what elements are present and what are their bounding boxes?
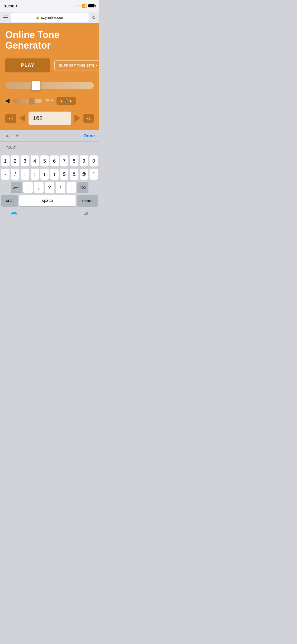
volume-percent: 75%	[45, 99, 53, 103]
battery-icon	[88, 4, 95, 7]
frequency-input-wrapper	[29, 112, 71, 125]
stereo-right-arrow: ►	[69, 99, 73, 103]
half-frequency-button[interactable]: ×½	[5, 114, 16, 123]
done-button[interactable]: Done	[84, 133, 95, 139]
key-delete[interactable]: ⌫	[77, 182, 88, 193]
key-ampersand[interactable]: &	[70, 169, 78, 180]
support-button[interactable]: SUPPORT THIS SITE »	[54, 60, 99, 71]
predictive-bar: "162" |	[0, 142, 99, 153]
key-slash[interactable]: /	[11, 169, 19, 180]
key-comma[interactable]: ,	[34, 182, 44, 193]
toolbar-next-button[interactable]	[14, 134, 20, 138]
frequency-decrease-button[interactable]	[18, 113, 26, 123]
key-rparen[interactable]: )	[50, 169, 59, 180]
frequency-controls: ×½ ×2	[5, 112, 94, 125]
menu-button[interactable]	[3, 16, 8, 19]
volume-slider-track[interactable]	[13, 99, 42, 103]
play-button[interactable]: PLAY	[5, 58, 50, 72]
globe-icon[interactable]: 🌐	[11, 212, 18, 215]
stereo-left-arrow: ◄	[60, 99, 63, 103]
key-return[interactable]: return	[77, 195, 98, 206]
key-0[interactable]: 0	[89, 155, 98, 167]
url-bar[interactable]: 🔒 szynalski.com	[11, 13, 89, 22]
key-5[interactable]: 5	[40, 155, 49, 167]
right-arrow-icon	[74, 114, 80, 122]
key-dollar[interactable]: $	[60, 169, 68, 180]
left-arrow-icon	[20, 114, 25, 122]
button-row: PLAY SUPPORT THIS SITE »	[5, 58, 94, 72]
mic-icon[interactable]: 🎤	[81, 212, 88, 215]
volume-min-icon	[5, 99, 10, 103]
frequency-increase-button[interactable]	[73, 113, 81, 123]
key-dash[interactable]: -	[1, 169, 10, 180]
wifi-icon: 📶	[82, 4, 87, 8]
key-exclaim[interactable]: !	[56, 182, 65, 193]
status-bar: 10:38 ➤ 📶	[0, 0, 99, 12]
bottom-bar: 🌐 🎤	[0, 209, 99, 215]
key-period[interactable]: .	[23, 182, 33, 193]
key-6[interactable]: 6	[50, 155, 59, 167]
location-icon: ➤	[15, 4, 18, 8]
frequency-input[interactable]	[33, 115, 67, 122]
time-display: 10:38	[4, 4, 14, 8]
speaker-icon: 🔊	[64, 99, 68, 103]
key-lparen[interactable]: (	[40, 169, 49, 180]
key-semicolon[interactable]: ;	[31, 169, 39, 180]
key-colon[interactable]: :	[21, 169, 29, 180]
keyboard-row-4: ABC space return	[1, 195, 98, 206]
key-abc[interactable]: ABC	[1, 195, 18, 206]
chevron-down-icon	[15, 135, 19, 137]
keyboard-row-3: #+= . , ? ! ' ⌫	[1, 182, 98, 193]
key-apostrophe[interactable]: '	[67, 182, 76, 193]
key-1[interactable]: 1	[1, 155, 10, 167]
toolbar-prev-button[interactable]	[4, 134, 10, 138]
lock-icon: 🔒	[36, 16, 40, 19]
keyboard-toolbar: Done	[0, 130, 99, 142]
key-4[interactable]: 4	[31, 155, 39, 167]
double-frequency-button[interactable]: ×2	[83, 114, 94, 123]
browser-bar: 🔒 szynalski.com ↻	[0, 12, 99, 23]
keyboard-row-2: - / : ; ( ) $ & @ "	[1, 169, 98, 180]
key-9[interactable]: 9	[80, 155, 88, 167]
stereo-button[interactable]: ◄ 🔊 ►	[56, 97, 76, 105]
status-icons: 📶	[75, 4, 95, 8]
key-8[interactable]: 8	[70, 155, 78, 167]
keyboard: 1 2 3 4 5 6 7 8 9 0 - / : ; ( ) $ & @ " …	[0, 153, 99, 209]
key-question[interactable]: ?	[45, 182, 54, 193]
volume-slider-thumb[interactable]	[29, 98, 35, 104]
volume-row: 75% ◄ 🔊 ►	[5, 97, 94, 105]
app-title: Online Tone Generator	[5, 30, 94, 50]
key-special[interactable]: #+=	[11, 182, 22, 193]
chevron-up-icon	[5, 135, 9, 137]
key-7[interactable]: 7	[60, 155, 68, 167]
key-at[interactable]: @	[80, 169, 88, 180]
toolbar-nav	[4, 134, 20, 138]
key-quote[interactable]: "	[89, 169, 98, 180]
url-text: szynalski.com	[41, 15, 64, 20]
main-content: Online Tone Generator PLAY SUPPORT THIS …	[0, 23, 99, 130]
key-2[interactable]: 2	[11, 155, 19, 167]
signal-dots	[75, 5, 81, 6]
reload-button[interactable]: ↻	[92, 15, 96, 20]
frequency-slider-container	[5, 82, 94, 89]
key-3[interactable]: 3	[21, 155, 29, 167]
frequency-slider-thumb[interactable]	[32, 81, 40, 90]
key-space[interactable]: space	[19, 195, 76, 206]
status-time: 10:38 ➤	[4, 4, 18, 8]
keyboard-row-1: 1 2 3 4 5 6 7 8 9 0	[1, 155, 98, 167]
frequency-slider-track[interactable]	[5, 82, 94, 89]
predictive-text[interactable]: "162"	[6, 145, 16, 150]
